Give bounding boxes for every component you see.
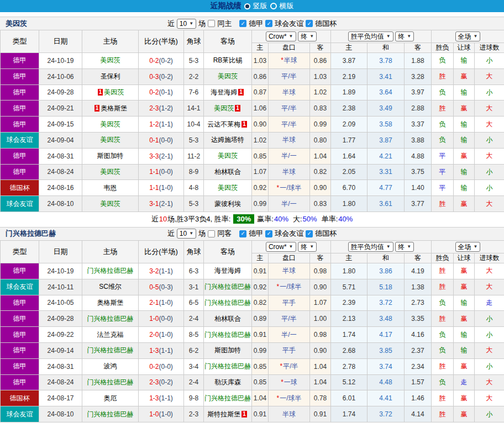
match-row: 德甲24-08-31斯图加特3-3(2-1)11-2美因茨0.85半/一1.04… — [1, 148, 504, 164]
league-cup-checkbox[interactable]: ✓ — [306, 230, 313, 237]
avg-away-cell: 1.46 — [405, 390, 432, 406]
home-team-name[interactable]: 斯图加特 — [97, 152, 124, 160]
home-team-name[interactable]: 门兴格拉德巴赫 — [87, 267, 134, 274]
avg-draw-cell: 4.77 — [368, 180, 405, 196]
avg-final-select[interactable]: 终▼ — [395, 242, 414, 252]
home-team-name[interactable]: 门兴格拉德巴赫 — [87, 346, 134, 354]
home-team-name[interactable]: 韦恩 — [104, 184, 117, 192]
away-team-name[interactable]: 云达不莱梅 — [207, 120, 240, 128]
league-cup-label: 德国杯 — [315, 229, 337, 239]
date-cell: 24-09-21 — [39, 101, 82, 117]
fulltime-score: 1-0 — [149, 315, 159, 322]
away-team-cell: 斯特拉斯堡1 — [204, 406, 252, 422]
score-cell: 3-2(1-1) — [139, 263, 184, 279]
away-team-name[interactable]: 美因茨 — [218, 72, 238, 80]
away-team-name[interactable]: 门兴格拉德巴赫 — [204, 331, 251, 339]
halftime-score: (1-1) — [159, 394, 173, 402]
halftime-score: (1-1) — [159, 267, 173, 275]
chevron-down-icon: ▼ — [474, 243, 478, 251]
avg-type-select[interactable]: 胜平负均值▼ — [348, 242, 393, 252]
away-team-name[interactable]: 勒沃库森 — [214, 378, 241, 386]
match-row: 球会友谊24-08-10美因茨3-1(2-1)5-3蒙彼利埃0.99半/一0.8… — [1, 196, 504, 212]
away-team-name[interactable]: 美因茨 — [214, 104, 234, 112]
away-team-name[interactable]: 门兴格拉德巴赫 — [204, 299, 251, 306]
home-team-name[interactable]: 波鸿 — [104, 362, 117, 370]
avg-draw-cell: 3.74 — [368, 358, 405, 374]
away-team-name[interactable]: 斯特拉斯堡 — [207, 410, 240, 418]
away-team-cell: 海登海姆1 — [204, 84, 252, 101]
avg-home-cell: 1.77 — [331, 132, 368, 148]
vertical-layout-radio[interactable] — [244, 3, 250, 9]
avg-away-cell: 1.38 — [405, 279, 432, 295]
away-team-name[interactable]: 门兴格拉德巴赫 — [204, 283, 251, 290]
home-team-name[interactable]: 美因茨 — [101, 200, 120, 208]
home-team-name[interactable]: 美因茨 — [101, 56, 120, 64]
odds-company-select[interactable]: Crow*▼ — [266, 31, 296, 41]
home-team-name[interactable]: 奥格斯堡 — [101, 104, 127, 112]
match-count-select[interactable]: 10▼ — [177, 19, 196, 29]
away-team-name[interactable]: 美因茨 — [218, 184, 238, 192]
away-team-name[interactable]: 美因茨 — [218, 152, 238, 160]
wdl-result-cell: 负 — [432, 84, 454, 101]
away-team-name[interactable]: 柏林联合 — [214, 315, 241, 322]
away-team-name[interactable]: 海登海姆 — [214, 267, 241, 274]
avg-type-select[interactable]: 胜平负均值▼ — [348, 31, 393, 41]
red-card-badge: 1 — [95, 105, 100, 112]
team-name-heading[interactable]: 美因茨 — [6, 19, 27, 29]
subheader-goals: 进球数 — [475, 43, 504, 53]
home-team-name[interactable]: SC维尔 — [99, 283, 122, 290]
wdl-result-cell: 平 — [432, 164, 454, 180]
away-team-name[interactable]: 柏林联合 — [214, 168, 241, 176]
away-team-name[interactable]: 门兴格拉德巴赫 — [204, 394, 251, 402]
league-friendly-checkbox[interactable]: ✓ — [265, 20, 272, 27]
avg-draw-cell: 3.72 — [368, 406, 405, 422]
avg-final-select[interactable]: 终▼ — [395, 31, 414, 41]
home-team-name[interactable]: 圣保利 — [101, 72, 120, 80]
check-icon: ✓ — [266, 21, 271, 27]
same-home-checkbox[interactable] — [208, 20, 215, 27]
home-team-name[interactable]: 美因茨 — [104, 88, 124, 96]
handicap-cell: 半/一 — [269, 196, 310, 212]
away-team-name[interactable]: 海登海姆 — [211, 88, 237, 96]
away-team-cell: 达姆施塔特 — [204, 132, 252, 148]
scope-select[interactable]: 全场▼ — [455, 242, 481, 252]
away-team-name[interactable]: 门兴格拉德巴赫 — [204, 362, 251, 370]
date-cell: 24-09-28 — [39, 311, 82, 327]
league-friendly-checkbox[interactable]: ✓ — [265, 230, 272, 237]
home-team-name[interactable]: 门兴格拉德巴赫 — [87, 378, 134, 386]
odds-final-select[interactable]: 终▼ — [298, 31, 317, 41]
match-count-select[interactable]: 10▼ — [177, 229, 196, 239]
away-team-name[interactable]: 斯图加特 — [214, 346, 241, 354]
league-bundesliga-checkbox[interactable]: ✓ — [239, 230, 246, 237]
handicap-result-cell: 输 — [454, 342, 475, 358]
odds-final-select[interactable]: 终▼ — [298, 242, 317, 252]
home-odds-cell: 0.82 — [252, 295, 269, 311]
chevron-down-icon: ▼ — [309, 33, 314, 40]
away-team-name[interactable]: 蒙彼利埃 — [214, 200, 241, 208]
home-odds-cell: 0.99 — [252, 342, 269, 358]
league-cup-checkbox[interactable]: ✓ — [306, 20, 313, 27]
goals-result-cell: 大 — [475, 374, 504, 390]
avg-home-cell: 6.01 — [331, 390, 368, 406]
home-team-name[interactable]: 法兰克福 — [97, 331, 124, 339]
horizontal-layout-radio[interactable] — [270, 3, 277, 9]
odds-company-select[interactable]: Crow*▼ — [266, 242, 296, 252]
summary-value: 40% — [274, 215, 288, 223]
home-team-name[interactable]: 美因茨 — [101, 120, 120, 128]
home-team-name[interactable]: 美因茨 — [101, 136, 120, 144]
check-icon: ✓ — [240, 21, 245, 27]
same-away-checkbox[interactable] — [208, 230, 215, 237]
home-team-name[interactable]: 奥厄 — [104, 394, 117, 402]
home-team-name[interactable]: 门兴格拉德巴赫 — [87, 315, 134, 322]
away-team-name[interactable]: 达姆施塔特 — [211, 136, 244, 144]
home-team-name[interactable]: 门兴格拉德巴赫 — [87, 410, 134, 418]
away-team-name[interactable]: RB莱比锡 — [213, 56, 243, 64]
team-name-heading[interactable]: 门兴格拉德巴赫 — [6, 229, 56, 239]
home-team-name[interactable]: 奥格斯堡 — [97, 299, 124, 306]
goals-result-cell: 大 — [475, 263, 504, 279]
halftime-score: (0-3) — [159, 283, 173, 291]
halftime-score: (0-0) — [159, 315, 173, 322]
home-team-name[interactable]: 美因茨 — [101, 168, 120, 176]
scope-select[interactable]: 全场▼ — [455, 31, 481, 41]
league-bundesliga-checkbox[interactable]: ✓ — [239, 20, 246, 27]
